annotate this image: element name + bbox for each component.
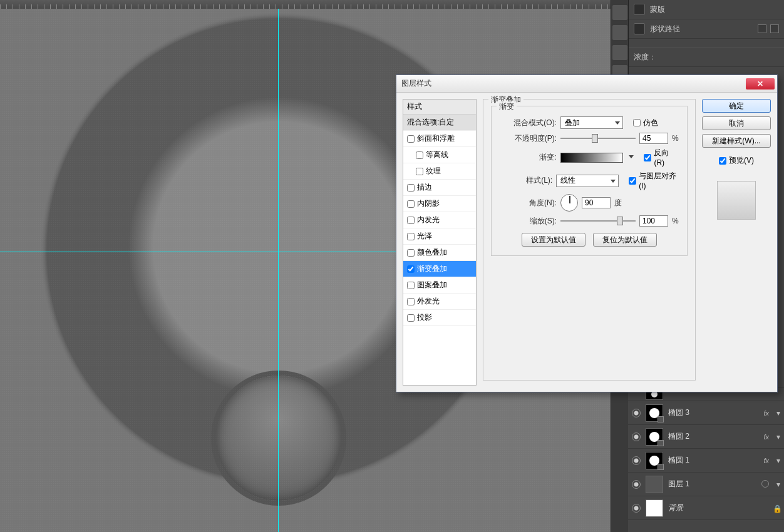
opacity-unit: % xyxy=(672,134,679,143)
gradient-overlay-settings: 渐变叠加 渐变 混合模式(O): 叠加 仿色 不透明度(P): xyxy=(483,99,696,386)
reverse-checkbox[interactable] xyxy=(644,154,651,161)
shape-path-row[interactable]: 形状路径 xyxy=(629,19,784,39)
styles-header[interactable]: 样式 xyxy=(403,100,476,115)
blending-options-label: 混合选项:自定 xyxy=(407,117,454,128)
fx-badge[interactable]: fx xyxy=(763,457,769,464)
blend-mode-value: 叠加 xyxy=(565,118,580,128)
ok-button[interactable]: 确定 xyxy=(702,99,771,113)
gradient-style-select[interactable]: 线性 xyxy=(556,175,619,187)
style-item-pattern-overlay[interactable]: 图案叠加 xyxy=(403,277,476,294)
visibility-toggle[interactable] xyxy=(632,432,641,441)
styles-list: 样式 混合选项:自定 斜面和浮雕 等高线 纹理 描边 内阴 xyxy=(403,99,477,386)
opacity-input[interactable] xyxy=(639,133,668,144)
target-icon[interactable] xyxy=(770,24,779,33)
style-label: 描边 xyxy=(417,182,432,193)
style-item-inner-glow[interactable]: 内发光 xyxy=(403,212,476,228)
chevron-down-icon[interactable]: ▾ xyxy=(776,432,780,441)
guide-vertical[interactable] xyxy=(278,0,279,532)
style-checkbox[interactable] xyxy=(407,282,415,289)
expand-icon[interactable] xyxy=(612,5,627,20)
scale-unit: % xyxy=(672,217,679,225)
angle-label: 角度(N): xyxy=(499,198,557,208)
style-checkbox[interactable] xyxy=(407,265,415,273)
style-item-texture[interactable]: 纹理 xyxy=(403,163,476,180)
dialog-titlebar[interactable]: 图层样式 ✕ xyxy=(396,75,777,93)
visibility-toggle[interactable] xyxy=(632,504,641,513)
style-label: 外发光 xyxy=(417,296,440,307)
angle-input[interactable] xyxy=(582,197,611,208)
style-checkbox[interactable] xyxy=(407,135,415,143)
layer-thumb xyxy=(646,476,663,493)
layer-thumb xyxy=(646,499,663,517)
ruler-horizontal[interactable] xyxy=(0,0,611,9)
style-item-color-overlay[interactable]: 颜色叠加 xyxy=(403,245,476,261)
layer-name: 椭圆 2 xyxy=(668,431,689,442)
style-item-satin[interactable]: 光泽 xyxy=(403,228,476,245)
visibility-toggle[interactable] xyxy=(632,456,641,465)
blend-mode-select[interactable]: 叠加 xyxy=(560,116,623,129)
style-checkbox[interactable] xyxy=(407,184,415,192)
mask-icon xyxy=(634,4,645,15)
layer-thumb xyxy=(646,428,663,446)
preview-checkbox-label[interactable]: 预览(V) xyxy=(702,155,771,166)
layer-row[interactable]: 椭圆 3 fx ▾ xyxy=(628,401,784,425)
layer-row[interactable]: 椭圆 1 fx ▾ xyxy=(628,449,784,473)
style-item-drop-shadow[interactable]: 投影 xyxy=(403,310,476,326)
visibility-toggle[interactable] xyxy=(632,409,641,417)
style-item-stroke[interactable]: 描边 xyxy=(403,180,476,196)
layer-thumb xyxy=(646,452,663,469)
blending-options-row[interactable]: 混合选项:自定 xyxy=(403,115,476,131)
layer-row[interactable]: 图层 1 ▾ xyxy=(628,473,784,496)
density-row[interactable]: 浓度： xyxy=(629,48,784,67)
gradient-picker[interactable] xyxy=(560,153,623,163)
new-style-button[interactable]: 新建样式(W)... xyxy=(702,134,771,148)
play-icon[interactable] xyxy=(612,25,627,40)
chain-icon[interactable] xyxy=(758,24,766,33)
style-label: 光泽 xyxy=(417,231,432,242)
scale-slider[interactable] xyxy=(560,215,636,227)
chevron-down-icon[interactable]: ▾ xyxy=(776,480,780,489)
reverse-checkbox-label[interactable]: 反向(R) xyxy=(644,148,679,167)
align-checkbox-label[interactable]: 与图层对齐(I) xyxy=(629,171,679,190)
chevron-down-icon[interactable]: ▾ xyxy=(776,409,780,417)
style-item-gradient-overlay[interactable]: 渐变叠加 xyxy=(403,261,476,277)
mask-panel-header[interactable]: 蒙版 xyxy=(629,0,784,19)
style-checkbox[interactable] xyxy=(407,233,415,240)
scale-label: 缩放(S): xyxy=(499,216,557,227)
style-checkbox[interactable] xyxy=(416,151,423,159)
style-checkbox[interactable] xyxy=(407,314,415,322)
style-item-bevel[interactable]: 斜面和浮雕 xyxy=(403,131,476,147)
align-checkbox[interactable] xyxy=(629,177,636,185)
angle-unit: 度 xyxy=(614,198,622,208)
fx-badge[interactable]: fx xyxy=(763,409,769,417)
opacity-slider[interactable] xyxy=(560,133,636,144)
chevron-down-icon[interactable]: ▾ xyxy=(776,456,780,465)
make-default-button[interactable]: 设置为默认值 xyxy=(522,233,585,247)
style-checkbox[interactable] xyxy=(416,168,423,175)
blend-mode-label: 混合模式(O): xyxy=(499,118,557,128)
style-checkbox[interactable] xyxy=(407,249,415,257)
preview-checkbox[interactable] xyxy=(719,157,726,165)
layer-row[interactable]: 椭圆 2 fx ▾ xyxy=(628,425,784,449)
style-item-outer-glow[interactable]: 外发光 xyxy=(403,294,476,310)
dither-checkbox-label[interactable]: 仿色 xyxy=(633,118,658,128)
layer-row[interactable]: 背景 xyxy=(628,496,784,520)
style-item-inner-shadow[interactable]: 内阴影 xyxy=(403,196,476,212)
visibility-toggle[interactable] xyxy=(632,480,641,489)
style-checkbox[interactable] xyxy=(407,298,415,305)
angle-dial[interactable] xyxy=(560,194,578,212)
brush-icon[interactable] xyxy=(612,45,627,60)
layer-name: 椭圆 3 xyxy=(668,407,689,418)
scale-input[interactable] xyxy=(639,215,668,227)
style-checkbox[interactable] xyxy=(407,200,415,208)
reset-default-button[interactable]: 复位为默认值 xyxy=(593,233,657,247)
link-indicator xyxy=(761,480,769,489)
style-checkbox[interactable] xyxy=(407,217,415,224)
layer-name: 椭圆 1 xyxy=(668,455,689,466)
fx-badge[interactable]: fx xyxy=(763,433,769,441)
layer-name: 背景 xyxy=(668,503,683,513)
close-button[interactable]: ✕ xyxy=(746,78,775,90)
style-item-contour[interactable]: 等高线 xyxy=(403,147,476,163)
dither-checkbox[interactable] xyxy=(633,119,641,126)
cancel-button[interactable]: 取消 xyxy=(702,116,771,130)
